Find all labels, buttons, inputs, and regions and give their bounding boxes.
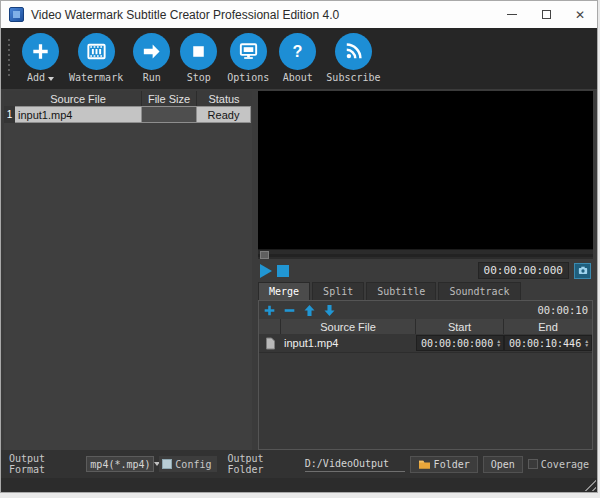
maximize-button[interactable] [529, 1, 563, 28]
title-bar: Video Watermark Subtitle Creator Profess… [1, 1, 597, 28]
resize-grip[interactable] [584, 479, 596, 491]
minimize-button[interactable] [495, 1, 529, 28]
add-item-button[interactable] [263, 304, 276, 317]
checkbox-icon[interactable] [528, 459, 538, 469]
merge-source-file: input1.mp4 [281, 337, 416, 349]
main-toolbar: Add Watermark Run Stop [1, 28, 597, 89]
video-preview[interactable] [258, 91, 593, 249]
app-logo-icon [9, 7, 24, 22]
run-label: Run [143, 72, 161, 83]
play-button[interactable] [260, 264, 272, 278]
open-button[interactable]: Open [483, 456, 523, 473]
options-label: Options [227, 72, 269, 83]
merge-column-start[interactable]: Start [416, 319, 504, 334]
stop-button[interactable]: Stop [180, 33, 217, 83]
end-time-spinbox[interactable]: 00:00:10:446 ▲▼ [504, 335, 592, 351]
seek-bar[interactable] [258, 249, 593, 259]
icon-column-header [259, 319, 281, 334]
playback-time: 00:00:00:000 [478, 262, 569, 279]
bottom-bar: Output Format mp4(*.mp4) Config Output F… [1, 450, 597, 478]
start-time-value: 00:00:00:000 [421, 338, 493, 349]
preview-panel: 00:00:00:000 Merge Split Subtitle Soundt… [258, 91, 593, 450]
output-folder-label: Output Folder [227, 453, 299, 475]
status-cell[interactable]: Ready [197, 106, 251, 123]
close-icon: ✕ [575, 9, 585, 21]
toolbar-grip-handle[interactable] [7, 39, 11, 79]
merge-tab-panel: 00:00:10 Source File Start End input1.mp… [258, 300, 593, 450]
about-label: About [283, 72, 313, 83]
merge-toolbar: 00:00:10 [259, 301, 592, 319]
coverage-checkbox[interactable]: Coverage [528, 459, 589, 470]
tab-merge[interactable]: Merge [258, 282, 310, 300]
chevron-down-icon [48, 77, 54, 81]
total-duration: 00:00:10 [537, 304, 588, 316]
merge-table-row[interactable]: input1.mp4 00:00:00:000 ▲▼ 00:00:10:446 … [259, 334, 592, 353]
file-size-cell[interactable] [142, 106, 197, 123]
seek-track [258, 254, 593, 257]
output-folder-field[interactable]: D:/VideoOutput [305, 457, 405, 472]
start-time-spinbox[interactable]: 00:00:00:000 ▲▼ [416, 335, 504, 351]
output-format-select[interactable]: mp4(*.mp4) [86, 456, 154, 472]
end-time-value: 00:00:10:446 [509, 338, 581, 349]
folder-button[interactable]: Folder [410, 456, 478, 473]
window-controls: ✕ [495, 1, 597, 28]
svg-text:?: ? [293, 42, 303, 60]
move-up-button[interactable] [303, 304, 316, 317]
tab-split[interactable]: Split [312, 282, 364, 300]
monitor-icon [230, 33, 267, 70]
remove-item-button[interactable] [283, 304, 296, 317]
camera-icon [577, 265, 589, 276]
close-button[interactable]: ✕ [563, 1, 597, 28]
output-folder-value: D:/VideoOutput [305, 458, 389, 469]
window-title: Video Watermark Subtitle Creator Profess… [31, 8, 339, 22]
arrow-right-icon [133, 33, 170, 70]
column-header-status[interactable]: Status [197, 91, 251, 106]
config-label: Config [175, 459, 211, 470]
merge-table-empty-area [259, 353, 592, 449]
spinner-arrows-icon[interactable]: ▲▼ [584, 339, 589, 347]
question-icon: ? [279, 33, 316, 70]
stop-label: Stop [187, 72, 211, 83]
subscribe-button[interactable]: Subscribe [326, 33, 380, 83]
row-number-gutter [4, 91, 15, 106]
row-number: 1 [4, 106, 15, 123]
stop-playback-button[interactable] [277, 265, 289, 277]
config-checkbox[interactable]: Config [159, 456, 217, 472]
main-area: Source File File Size Status 1 input1.mp… [1, 89, 597, 450]
column-header-file-size[interactable]: File Size [142, 91, 197, 106]
tab-subtitle[interactable]: Subtitle [366, 282, 436, 300]
add-button[interactable]: Add [22, 33, 59, 83]
merge-column-end[interactable]: End [504, 319, 592, 334]
merge-column-source-file[interactable]: Source File [281, 319, 416, 334]
watermark-label: Watermark [69, 72, 123, 83]
rss-icon [335, 33, 372, 70]
checkbox-icon[interactable] [162, 459, 172, 469]
output-format-label: Output Format [9, 453, 81, 475]
move-down-button[interactable] [323, 304, 336, 317]
spinner-arrows-icon[interactable]: ▲▼ [496, 339, 501, 347]
output-format-value: mp4(*.mp4) [90, 459, 150, 470]
tab-soundtrack[interactable]: Soundtrack [438, 282, 520, 300]
source-file-cell[interactable]: input1.mp4 [15, 106, 142, 123]
merge-table-header: Source File Start End [259, 319, 592, 334]
file-icon [265, 337, 276, 350]
options-button[interactable]: Options [227, 33, 269, 83]
coverage-label: Coverage [541, 459, 589, 470]
file-table-row[interactable]: 1 input1.mp4 Ready [4, 106, 252, 123]
about-button[interactable]: ? About [279, 33, 316, 83]
open-button-label: Open [491, 459, 515, 470]
minimize-icon [507, 14, 517, 15]
snapshot-button[interactable] [574, 263, 591, 279]
edit-tabs: Merge Split Subtitle Soundtrack [258, 282, 593, 300]
watermark-button[interactable]: Watermark [69, 33, 123, 83]
add-label: Add [27, 72, 45, 83]
seek-handle[interactable] [260, 251, 269, 259]
file-list-panel: Source File File Size Status 1 input1.mp… [4, 91, 252, 450]
plus-icon [22, 33, 59, 70]
column-header-source-file[interactable]: Source File [15, 91, 142, 106]
run-button[interactable]: Run [133, 33, 170, 83]
film-icon [78, 33, 115, 70]
transport-controls: 00:00:00:000 [258, 259, 593, 282]
stop-square-icon [180, 33, 217, 70]
maximize-icon [542, 10, 551, 19]
